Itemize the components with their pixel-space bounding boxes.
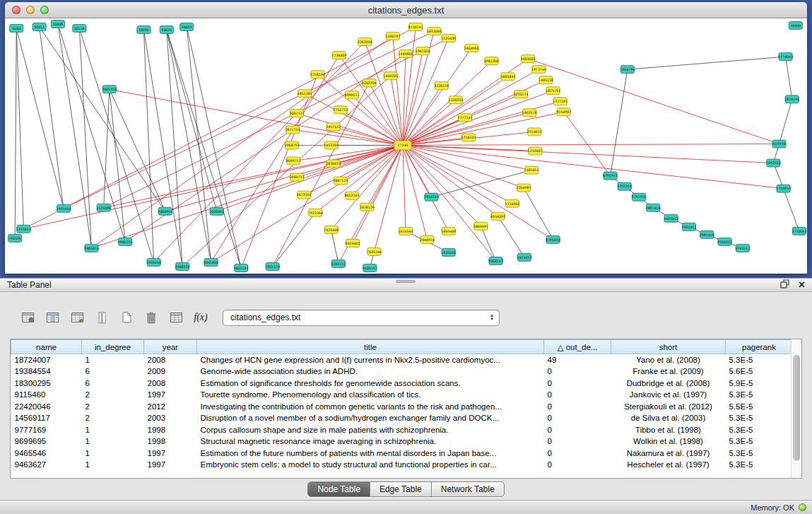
splitter-handle[interactable] [396, 280, 416, 283]
tab-network-table[interactable]: Network Table [432, 482, 504, 496]
network-node[interactable]: 3228126 [434, 82, 449, 90]
tab-node-table[interactable]: Node Table [308, 482, 370, 496]
network-node[interactable]: 1125439 [441, 35, 456, 42]
network-node[interactable]: 2214613 [527, 128, 542, 136]
column-header[interactable]: in_degree [82, 340, 144, 354]
network-node[interactable]: 1961036 [416, 47, 430, 55]
table-row[interactable]: 977716911998Corpus callosum shape and si… [11, 424, 792, 436]
network-node[interactable]: 2457512 [326, 123, 341, 131]
close-panel-icon[interactable]: × [799, 281, 805, 289]
network-node[interactable]: 1186197 [385, 33, 400, 40]
network-node[interactable]: 18406 [789, 22, 802, 30]
close-window-icon[interactable] [12, 6, 20, 14]
network-node[interactable]: 8612351 [345, 192, 360, 199]
network-node[interactable]: 1313813 [16, 225, 31, 233]
network-window-titlebar[interactable]: citations_edges.txt [5, 2, 807, 18]
table-row[interactable]: 911546021997Tourette syndrome. Phenomeno… [11, 389, 792, 401]
network-node[interactable]: 1904753 [285, 141, 300, 149]
table-row[interactable]: 946362711997Embryonic stem cells: a mode… [11, 459, 792, 471]
table-row[interactable]: 946554611997Estimation of the future num… [11, 448, 792, 460]
network-node[interactable]: 7061153 [265, 262, 280, 270]
network-node[interactable]: 3069491 [473, 222, 488, 230]
network-node[interactable]: 1949861 [399, 50, 413, 58]
network-node[interactable]: 9791918 [632, 193, 647, 201]
network-node[interactable]: 8554092 [490, 212, 505, 220]
network-node[interactable]: 8795035 [546, 235, 560, 243]
network-node[interactable]: 2991418 [700, 230, 714, 238]
network-node[interactable]: 2605350 [102, 86, 117, 93]
network-node[interactable]: 9245112 [736, 244, 751, 252]
network-canvas[interactable]: 1724011861972263058173400927581441851301… [5, 18, 807, 274]
network-node[interactable]: 8998211 [345, 91, 360, 99]
network-node[interactable]: 9245012 [717, 238, 732, 245]
network-node[interactable]: 1210407 [528, 147, 543, 155]
column-header[interactable]: title [197, 340, 544, 354]
network-node[interactable]: 1935018 [441, 248, 456, 256]
network-node[interactable]: 1691012 [664, 214, 678, 222]
network-node[interactable]: 2078129 [360, 203, 375, 211]
network-node[interactable]: 7485051 [524, 166, 539, 174]
network-node[interactable]: 9774543 [778, 53, 793, 61]
network-node[interactable]: 1914545 [424, 193, 439, 201]
network-node[interactable]: 9891416 [646, 204, 661, 211]
network-node[interactable]: 1777147 [458, 114, 473, 122]
column-header[interactable]: year [144, 340, 197, 354]
network-node[interactable]: 1714602 [505, 199, 520, 207]
float-window-icon[interactable] [780, 279, 789, 291]
network-node[interactable]: 1328251 [449, 96, 464, 104]
table-row[interactable]: 969969511998Structural magnetic resonanc… [11, 436, 792, 448]
edit-table-icon[interactable] [66, 308, 88, 327]
network-node[interactable]: 30158 [73, 25, 86, 33]
network-node[interactable]: 3067121 [290, 110, 305, 117]
network-node[interactable]: 1991413 [682, 223, 697, 230]
network-node[interactable]: 17240 [394, 141, 411, 150]
network-node[interactable]: 3125098 [96, 204, 111, 211]
network-node[interactable]: 9061103 [234, 264, 249, 271]
network-node[interactable]: 1453269 [324, 141, 339, 149]
minimize-window-icon[interactable] [26, 6, 35, 14]
network-node[interactable]: 1664794 [620, 66, 635, 74]
network-node[interactable]: 6791912 [603, 172, 618, 180]
network-node[interactable]: 615938 [772, 140, 786, 148]
network-node[interactable]: 5905135 [118, 238, 133, 245]
network-node[interactable]: 1973749 [531, 66, 546, 74]
network-node[interactable]: 1092555 [766, 159, 781, 167]
function-builder-icon[interactable]: f(x) [190, 308, 211, 327]
network-node[interactable]: 1905018 [146, 258, 161, 266]
network-node[interactable]: 8130741 [408, 23, 423, 31]
network-node[interactable]: 7905958 [57, 204, 71, 212]
table-row[interactable]: 1830029562008Estimation of significance … [11, 378, 792, 390]
table-row[interactable]: 1938455462009Genome-wide association stu… [11, 366, 792, 378]
network-node[interactable]: 1875751 [546, 87, 560, 95]
network-node[interactable]: 1653060 [427, 28, 442, 35]
network-node[interactable]: 2263058 [358, 38, 372, 46]
new-document-icon[interactable] [116, 308, 137, 327]
network-node[interactable]: 7635144 [367, 247, 382, 255]
network-node[interactable]: 9068112 [488, 257, 503, 264]
network-node[interactable]: 8061806 [204, 258, 218, 266]
network-node[interactable]: 2871753 [286, 126, 300, 134]
column-header[interactable]: pagerank [726, 340, 792, 354]
table-scrollbar[interactable] [791, 339, 801, 478]
network-node[interactable]: 1216101 [461, 134, 476, 141]
network-node[interactable]: 1865409 [441, 227, 456, 235]
network-node[interactable]: 2483083 [521, 55, 536, 63]
column-header[interactable]: △ out_de... [544, 340, 611, 354]
table-row[interactable]: 1872400712008Changes of HCN gene express… [11, 354, 792, 366]
network-node[interactable]: 1446201 [383, 72, 398, 80]
network-node[interactable]: 1851301 [298, 90, 312, 98]
network-node[interactable]: 9415012 [517, 253, 532, 261]
table-selector-dropdown[interactable]: citations_edges.txt ▲▼ [223, 310, 500, 326]
network-node[interactable]: 8791915 [617, 182, 632, 190]
network-node[interactable]: 94631 [160, 26, 173, 34]
network-node[interactable]: 1377591 [553, 98, 567, 105]
delete-table-icon[interactable] [141, 308, 162, 327]
network-node[interactable]: 9154987 [556, 108, 571, 116]
network-node[interactable]: 2242204 [362, 79, 377, 87]
network-node[interactable]: 3220174 [514, 90, 529, 98]
select-columns-icon[interactable] [42, 308, 63, 327]
network-node[interactable]: 1664950 [464, 45, 479, 52]
network-node[interactable]: 6961306 [484, 57, 499, 65]
network-node[interactable]: 2060953 [158, 207, 172, 215]
tab-edge-table[interactable]: Edge Table [370, 482, 432, 496]
